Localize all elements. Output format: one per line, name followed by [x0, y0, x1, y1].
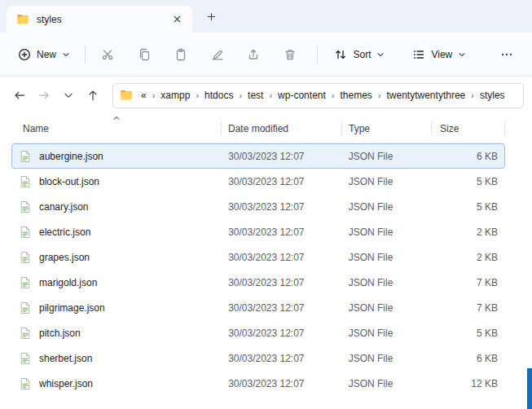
address-bar[interactable]: «›xampp›htdocs›test›wp-content›themes›tw…: [112, 83, 524, 108]
breadcrumb-separator: ›: [266, 90, 275, 100]
file-row[interactable]: pitch.json 30/03/2023 12:07 JSON File 5 …: [11, 320, 505, 345]
breadcrumb: «›xampp›htdocs›test›wp-content›themes›tw…: [138, 87, 508, 103]
file-date-modified: 30/03/2023 12:07: [222, 353, 342, 364]
file-name: canary.json: [39, 201, 88, 213]
file-row[interactable]: pilgrimage.json 30/03/2023 12:07 JSON Fi…: [11, 295, 505, 320]
file-name-cell: aubergine.json: [12, 150, 222, 163]
file-type: JSON File: [342, 201, 432, 213]
file-date-modified: 30/03/2023 12:07: [222, 151, 342, 162]
column-header-label: Name: [23, 123, 49, 134]
column-header-label: Type: [349, 123, 370, 134]
file-name: block-out.json: [39, 176, 99, 187]
file-row[interactable]: whisper.json 30/03/2023 12:07 JSON File …: [11, 371, 505, 396]
file-type: JSON File: [342, 151, 432, 162]
breadcrumb-separator: ›: [329, 90, 337, 100]
breadcrumb-item[interactable]: test: [244, 87, 266, 103]
file-row[interactable]: canary.json 30/03/2023 12:07 JSON File 5…: [11, 194, 505, 219]
paste-button[interactable]: [165, 40, 196, 69]
breadcrumb-separator: ›: [236, 90, 244, 100]
file-type: JSON File: [342, 353, 432, 364]
file-row[interactable]: sherbet.json 30/03/2023 12:07 JSON File …: [11, 345, 505, 371]
tab-title: styles: [37, 14, 160, 25]
back-button[interactable]: [8, 84, 31, 107]
file-row[interactable]: aubergine.json 30/03/2023 12:07 JSON Fil…: [11, 143, 505, 169]
command-toolbar: New: [0, 33, 532, 77]
breadcrumb-item[interactable]: wp-content: [275, 87, 329, 103]
file-type: JSON File: [342, 378, 432, 389]
file-list: aubergine.json 30/03/2023 12:07 JSON Fil…: [11, 143, 505, 396]
more-options-button[interactable]: [490, 40, 522, 69]
file-size: 6 KB: [431, 151, 504, 162]
breadcrumb-item[interactable]: themes: [336, 87, 375, 103]
new-button-label: New: [37, 49, 56, 60]
view-button[interactable]: View: [404, 40, 474, 69]
delete-button[interactable]: [275, 40, 306, 69]
file-date-modified: 30/03/2023 12:07: [222, 226, 342, 238]
json-file-icon: [19, 226, 32, 239]
file-type: JSON File: [342, 252, 432, 263]
file-name-cell: block-out.json: [12, 175, 222, 188]
file-name-cell: electric.json: [12, 226, 222, 239]
breadcrumb-item[interactable]: xampp: [157, 87, 193, 103]
file-name-cell: pilgrimage.json: [12, 301, 222, 314]
chevron-down-icon: [62, 51, 70, 59]
file-row[interactable]: block-out.json 30/03/2023 12:07 JSON Fil…: [11, 169, 505, 194]
tab-styles[interactable]: styles: [7, 6, 192, 33]
file-date-modified: 30/03/2023 12:07: [222, 302, 342, 314]
cut-icon: [101, 48, 114, 61]
json-file-icon: [19, 327, 32, 340]
json-file-icon: [19, 301, 32, 314]
file-row[interactable]: grapes.json 30/03/2023 12:07 JSON File 2…: [11, 244, 505, 270]
file-name-cell: canary.json: [12, 200, 222, 213]
copy-button[interactable]: [129, 40, 160, 69]
sort-button-label: Sort: [353, 49, 371, 60]
file-name-cell: marigold.json: [12, 276, 222, 289]
file-type: JSON File: [342, 302, 432, 314]
json-file-icon: [19, 251, 32, 264]
file-name: marigold.json: [39, 277, 97, 288]
file-size: 2 KB: [431, 226, 504, 238]
chevron-down-icon: [458, 51, 466, 59]
column-header-type[interactable]: Type: [342, 114, 432, 143]
file-date-modified: 30/03/2023 12:07: [222, 176, 342, 187]
breadcrumb-item[interactable]: styles: [477, 87, 508, 103]
recent-locations-button[interactable]: [57, 84, 80, 107]
breadcrumb-item[interactable]: htdocs: [201, 87, 236, 103]
file-row[interactable]: electric.json 30/03/2023 12:07 JSON File…: [11, 219, 505, 244]
column-headers: Name Date modified Type Size: [11, 114, 505, 143]
json-file-icon: [19, 276, 32, 289]
share-button[interactable]: [238, 40, 270, 69]
new-button[interactable]: New: [10, 40, 78, 69]
file-size: 7 KB: [431, 302, 504, 314]
new-tab-button[interactable]: [200, 6, 222, 27]
column-header-name[interactable]: Name: [11, 114, 222, 143]
column-header-label: Date modified: [228, 123, 288, 134]
file-size: 7 KB: [431, 277, 504, 288]
column-header-size[interactable]: Size: [432, 114, 505, 143]
file-type: JSON File: [342, 328, 432, 339]
toolbar-divider: [85, 46, 86, 64]
file-name: aubergine.json: [39, 151, 103, 162]
scrollbar-accent[interactable]: [527, 368, 532, 409]
rename-icon: [211, 48, 224, 61]
breadcrumb-item[interactable]: twentytwentythree: [384, 87, 469, 103]
column-header-date-modified[interactable]: Date modified: [222, 114, 342, 143]
sort-ascending-icon: [112, 114, 121, 122]
file-size: 5 KB: [431, 201, 504, 213]
toolbar-divider: [317, 46, 318, 64]
view-list-icon: [412, 48, 425, 61]
breadcrumb-item[interactable]: «: [138, 87, 150, 103]
plus-circle-icon: [18, 48, 31, 61]
file-row[interactable]: marigold.json 30/03/2023 12:07 JSON File…: [11, 270, 505, 295]
forward-button[interactable]: [33, 84, 55, 107]
rename-button[interactable]: [201, 40, 233, 69]
file-type: JSON File: [342, 176, 432, 187]
cut-button[interactable]: [92, 40, 124, 69]
sort-button[interactable]: Sort: [326, 40, 393, 69]
file-explorer-window: styles New: [0, 0, 532, 409]
up-button[interactable]: [81, 84, 104, 107]
file-date-modified: 30/03/2023 12:07: [222, 378, 342, 389]
tab-close-button[interactable]: [168, 11, 186, 29]
file-name-cell: sherbet.json: [12, 352, 222, 365]
file-date-modified: 30/03/2023 12:07: [222, 328, 342, 339]
